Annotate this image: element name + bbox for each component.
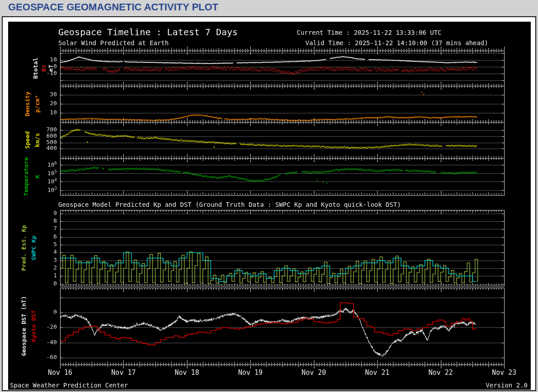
y-tick-label: 4 <box>39 248 57 255</box>
plot-title: Geospace Timeline : Latest 7 Days <box>58 27 238 37</box>
axis-label-speed-0: Speed <box>24 131 31 149</box>
y-tick-label: 0 <box>39 308 57 315</box>
y-tick-label: 104 <box>39 177 57 185</box>
y-tick-label: 8 <box>39 217 57 224</box>
y-tick-label: 3 <box>39 257 57 263</box>
axis-label-density-1: p/cm³ <box>34 95 41 112</box>
y-tick-label: 6 <box>39 233 57 240</box>
y-tick-label: 7 <box>39 225 57 232</box>
x-tick-label: Nov 16 <box>48 369 72 377</box>
axis-label-temp-0: Temperature <box>23 157 29 196</box>
y-tick-label: 2 <box>39 264 57 271</box>
y-tick-label: 400 <box>39 145 57 151</box>
current-time-label: Current Time : 2025-11-22 13:33:06 UTC <box>297 29 441 36</box>
y-tick-label: 106 <box>39 161 57 168</box>
y-tick-label: -20 <box>39 323 57 330</box>
axis-label-speed-1: km/s <box>34 133 41 147</box>
y-tick-label: 10 <box>39 109 57 116</box>
y-tick-label: 1 <box>39 272 57 279</box>
valid-time-label: Valid Time : 2025-11-22 14:10:00 (37 min… <box>305 39 488 47</box>
axis-label-kp-1: SWPC Kp <box>30 236 37 261</box>
y-tick-label: 105 <box>39 169 57 177</box>
axis-label-density-0: Density <box>24 92 31 117</box>
y-tick-label: -40 <box>39 339 57 345</box>
x-tick-label: Nov 21 <box>365 369 389 377</box>
axis-label-dst-0: Geospace DST (nT) <box>20 296 27 356</box>
footer-org-label: Space Weather Prediction Center <box>10 382 128 389</box>
axis-label-temp-1: K <box>34 175 41 178</box>
axis-label-dst-1: Kyoto DST <box>30 310 37 342</box>
x-tick-label: Nov 20 <box>302 369 326 377</box>
y-tick-label: 700 <box>39 126 57 133</box>
footer-version-label: Version 2.0 <box>486 382 528 389</box>
kp-dst-section-title: Geospace Model Predicted Kp and DST (Gro… <box>58 201 401 208</box>
x-tick-label: Nov 22 <box>428 369 453 377</box>
axis-label-kp-0: Pred. Est. Kp <box>20 225 27 271</box>
y-tick-label: 600 <box>39 132 57 139</box>
y-tick-label: -60 <box>39 354 57 360</box>
y-tick-label: 20 <box>39 100 57 107</box>
y-tick-label: 30 <box>39 91 57 98</box>
page: GEOSPACE GEOMAGNETIC ACTIVITY PLOT Geosp… <box>0 0 538 392</box>
y-tick-label: 103 <box>39 186 57 193</box>
x-tick-label: Nov 17 <box>111 369 136 377</box>
page-title: GEOSPACE GEOMAGNETIC ACTIVITY PLOT <box>8 1 218 13</box>
y-tick-label: 9 <box>39 210 57 216</box>
axis-label-imf-0: Btotal <box>32 58 39 79</box>
x-tick-label: Nov 19 <box>238 369 262 377</box>
header-bar: GEOSPACE GEOMAGNETIC ACTIVITY PLOT <box>0 0 538 15</box>
axis-label-imf-1: Bz <box>40 65 47 72</box>
y-tick-label: 5 <box>39 241 57 247</box>
x-tick-label: Nov 23 <box>492 369 516 377</box>
y-tick-label: 0 <box>39 280 57 287</box>
axis-label-imf-2: nT <box>47 65 54 72</box>
solar-wind-subtitle: Solar Wind Predicted at Earth <box>58 39 168 47</box>
y-tick-label: 10 <box>39 56 57 63</box>
x-tick-label: Nov 18 <box>175 369 199 377</box>
